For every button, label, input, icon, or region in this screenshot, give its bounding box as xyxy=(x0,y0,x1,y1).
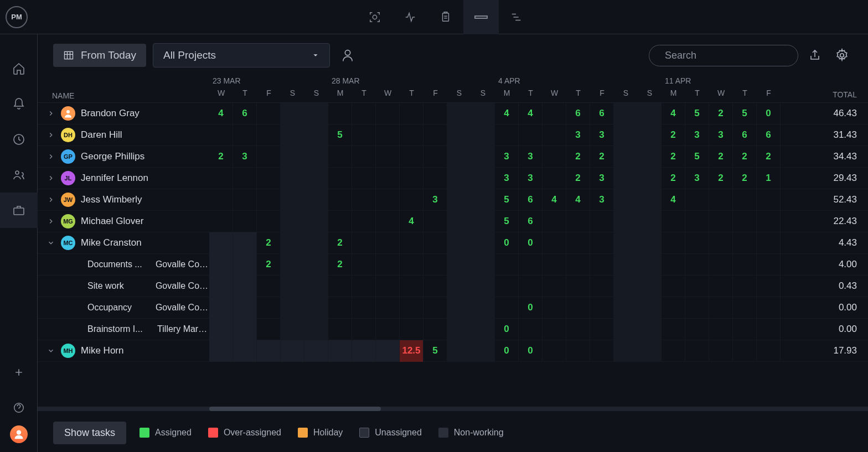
day-cell[interactable] xyxy=(471,189,495,211)
day-cell[interactable] xyxy=(281,168,304,189)
day-cell[interactable] xyxy=(233,297,257,319)
day-cell[interactable] xyxy=(685,297,709,319)
day-cell[interactable] xyxy=(304,146,328,168)
day-cell[interactable] xyxy=(447,146,471,168)
day-cell[interactable] xyxy=(352,232,376,254)
day-cell[interactable]: 2 xyxy=(209,146,233,168)
day-cell[interactable] xyxy=(590,254,614,276)
day-cell[interactable] xyxy=(233,124,257,146)
clock-icon[interactable] xyxy=(0,122,38,157)
share-icon[interactable] xyxy=(805,45,825,65)
briefcase-icon[interactable] xyxy=(0,193,38,228)
day-cell[interactable] xyxy=(685,340,709,362)
day-cell[interactable] xyxy=(352,211,376,232)
day-cell[interactable] xyxy=(542,297,566,319)
day-cell[interactable] xyxy=(614,103,638,124)
day-cell[interactable]: 2 xyxy=(328,254,352,276)
day-cell[interactable] xyxy=(757,232,781,254)
day-cell[interactable] xyxy=(257,189,281,211)
day-cell[interactable] xyxy=(209,211,233,232)
user-avatar[interactable] xyxy=(10,425,28,443)
day-cell[interactable] xyxy=(447,103,471,124)
day-cell[interactable] xyxy=(233,319,257,340)
day-cell[interactable] xyxy=(638,319,662,340)
day-cell[interactable] xyxy=(566,297,590,319)
day-cell[interactable] xyxy=(519,254,542,276)
day-cell[interactable] xyxy=(542,124,566,146)
day-cell[interactable] xyxy=(733,297,757,319)
day-cell[interactable] xyxy=(281,319,304,340)
day-cell[interactable] xyxy=(542,276,566,297)
day-cell[interactable]: 1 xyxy=(757,168,781,189)
day-cell[interactable] xyxy=(757,189,781,211)
day-cell[interactable] xyxy=(304,211,328,232)
chevron-right-icon[interactable] xyxy=(46,153,55,160)
day-cell[interactable] xyxy=(423,319,447,340)
day-cell[interactable] xyxy=(733,254,757,276)
day-cell[interactable]: 2 xyxy=(662,124,685,146)
day-cell[interactable] xyxy=(566,340,590,362)
day-cell[interactable] xyxy=(257,168,281,189)
day-cell[interactable] xyxy=(209,232,233,254)
day-cell[interactable] xyxy=(328,103,352,124)
day-cell[interactable] xyxy=(328,319,352,340)
day-cell[interactable]: 3 xyxy=(519,146,542,168)
day-cell[interactable] xyxy=(209,124,233,146)
day-cell[interactable] xyxy=(376,124,400,146)
day-cell[interactable]: 3 xyxy=(495,168,519,189)
day-cell[interactable]: 2 xyxy=(566,168,590,189)
day-cell[interactable] xyxy=(638,103,662,124)
day-cell[interactable] xyxy=(447,254,471,276)
day-cell[interactable] xyxy=(590,276,614,297)
horizontal-scrollbar[interactable] xyxy=(38,407,868,411)
day-cell[interactable] xyxy=(614,340,638,362)
chevron-right-icon[interactable] xyxy=(46,196,55,204)
people-icon[interactable] xyxy=(0,157,38,193)
day-cell[interactable] xyxy=(447,124,471,146)
day-cell[interactable] xyxy=(281,146,304,168)
day-cell[interactable] xyxy=(757,297,781,319)
day-cell[interactable] xyxy=(304,297,328,319)
day-cell[interactable] xyxy=(709,340,733,362)
day-cell[interactable] xyxy=(471,276,495,297)
day-cell[interactable]: 3 xyxy=(495,146,519,168)
day-cell[interactable] xyxy=(662,232,685,254)
day-cell[interactable] xyxy=(376,103,400,124)
day-cell[interactable]: 4 xyxy=(209,103,233,124)
day-cell[interactable] xyxy=(281,103,304,124)
day-cell[interactable] xyxy=(209,189,233,211)
day-cell[interactable] xyxy=(376,297,400,319)
day-cell[interactable] xyxy=(542,319,566,340)
day-cell[interactable] xyxy=(733,276,757,297)
day-cell[interactable] xyxy=(352,103,376,124)
day-cell[interactable] xyxy=(614,211,638,232)
day-cell[interactable] xyxy=(376,189,400,211)
day-cell[interactable] xyxy=(685,189,709,211)
home-icon[interactable] xyxy=(0,51,38,86)
chevron-right-icon[interactable] xyxy=(46,174,55,182)
day-cell[interactable]: 2 xyxy=(662,168,685,189)
day-cell[interactable] xyxy=(638,211,662,232)
day-cell[interactable]: 4 xyxy=(566,189,590,211)
search-input[interactable] xyxy=(665,50,793,61)
day-cell[interactable] xyxy=(662,319,685,340)
day-cell[interactable] xyxy=(400,232,423,254)
day-cell[interactable]: 6 xyxy=(519,189,542,211)
day-cell[interactable]: 3 xyxy=(590,168,614,189)
day-cell[interactable] xyxy=(685,254,709,276)
day-cell[interactable] xyxy=(376,146,400,168)
day-cell[interactable] xyxy=(376,168,400,189)
day-cell[interactable] xyxy=(400,254,423,276)
day-cell[interactable] xyxy=(471,340,495,362)
day-cell[interactable]: 2 xyxy=(566,146,590,168)
day-cell[interactable] xyxy=(233,211,257,232)
day-cell[interactable] xyxy=(471,124,495,146)
day-cell[interactable]: 0 xyxy=(519,232,542,254)
day-cell[interactable]: 3 xyxy=(590,124,614,146)
view-workload-icon[interactable] xyxy=(463,0,499,34)
day-cell[interactable]: 0 xyxy=(757,103,781,124)
day-cell[interactable] xyxy=(257,276,281,297)
day-cell[interactable] xyxy=(281,211,304,232)
day-cell[interactable]: 5 xyxy=(328,124,352,146)
day-cell[interactable] xyxy=(376,276,400,297)
